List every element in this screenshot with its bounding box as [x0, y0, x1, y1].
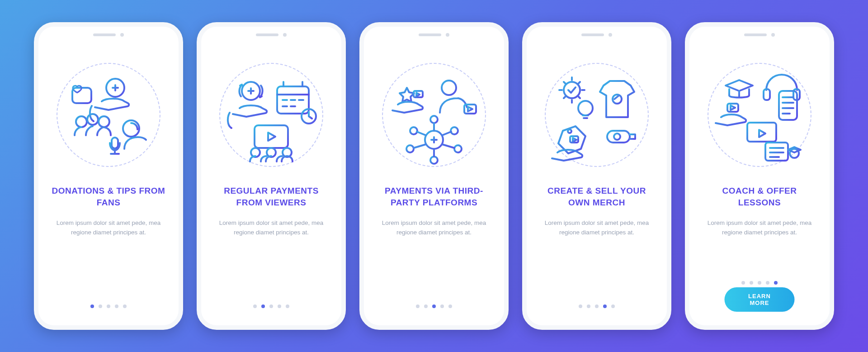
speaker-slot	[93, 33, 116, 36]
third-party-payments-icon	[382, 63, 486, 167]
screen-description: Lorem ipsum dolor sit amet pede, mea reg…	[215, 219, 328, 238]
onboarding-phone-4: CREATE & SELL YOUR OWN MERCH Lorem ipsum…	[522, 22, 671, 330]
page-dot[interactable]	[286, 304, 289, 308]
page-dot[interactable]	[611, 304, 615, 308]
page-dot[interactable]	[278, 304, 281, 308]
page-dot[interactable]	[595, 304, 599, 308]
dashed-circle	[57, 63, 160, 167]
onboarding-phone-1: DONATIONS & TIPS FROM FANS Lorem ipsum d…	[34, 22, 183, 330]
page-dot[interactable]	[432, 304, 436, 308]
dashed-circle	[382, 63, 486, 167]
page-dot[interactable]	[603, 304, 607, 308]
phone-notch	[744, 33, 775, 37]
onboarding-phone-2: REGULAR PAYMENTS FROM VIEWERS Lorem ipsu…	[197, 22, 346, 330]
page-dot[interactable]	[99, 304, 102, 308]
speaker-slot	[581, 33, 604, 36]
screen-description: Lorem ipsum dolor sit amet pede, mea reg…	[377, 219, 491, 238]
page-dot[interactable]	[766, 281, 769, 285]
page-dot[interactable]	[115, 304, 118, 308]
front-camera	[446, 33, 449, 37]
page-dot[interactable]	[579, 304, 582, 308]
learn-more-button[interactable]: LEARN MORE	[725, 287, 795, 312]
page-dot[interactable]	[90, 304, 94, 308]
donations-tips-icon	[57, 63, 160, 167]
onboarding-phone-3: PAYMENTS VIA THIRD-PARTY PLATFORMS Lorem…	[359, 22, 509, 330]
screen-title: COACH & OFFER LESSONS	[702, 185, 817, 209]
page-dot[interactable]	[750, 281, 753, 285]
speaker-slot	[256, 33, 278, 36]
page-indicator	[90, 304, 127, 312]
page-dot[interactable]	[774, 281, 778, 285]
page-dot[interactable]	[123, 304, 127, 308]
screen-title: DONATIONS & TIPS FROM FANS	[51, 185, 166, 209]
speaker-slot	[419, 33, 441, 36]
front-camera	[283, 33, 287, 37]
page-dot[interactable]	[253, 304, 257, 308]
page-dot[interactable]	[440, 304, 444, 308]
phone-notch	[256, 33, 287, 37]
create-sell-merch-icon	[545, 63, 649, 167]
page-dot[interactable]	[107, 304, 110, 308]
page-dot[interactable]	[758, 281, 761, 285]
screen-description: Lorem ipsum dolor sit amet pede, mea reg…	[540, 219, 653, 238]
screen-title: PAYMENTS VIA THIRD-PARTY PLATFORMS	[377, 185, 491, 209]
phone-notch	[581, 33, 612, 37]
page-dot[interactable]	[261, 304, 265, 308]
phone-notch	[93, 33, 124, 37]
phone-notch	[419, 33, 449, 37]
page-indicator	[416, 304, 452, 312]
dashed-circle	[545, 63, 649, 167]
regular-payments-icon	[219, 63, 323, 167]
dashed-circle	[219, 63, 323, 167]
page-dot[interactable]	[424, 304, 428, 308]
screen-description: Lorem ipsum dolor sit amet pede, mea reg…	[52, 219, 165, 238]
speaker-slot	[744, 33, 767, 36]
dashed-circle	[708, 63, 811, 167]
onboarding-phone-5: COACH & OFFER LESSONS Lorem ipsum dolor …	[685, 22, 834, 330]
front-camera	[609, 33, 612, 37]
page-dot[interactable]	[416, 304, 420, 308]
page-dot[interactable]	[269, 304, 273, 308]
screen-title: CREATE & SELL YOUR OWN MERCH	[539, 185, 654, 209]
page-dot[interactable]	[448, 304, 452, 308]
screen-description: Lorem ipsum dolor sit amet pede, mea reg…	[703, 219, 816, 238]
front-camera	[120, 33, 124, 37]
page-dot[interactable]	[741, 281, 745, 285]
front-camera	[771, 33, 775, 37]
coach-lessons-icon	[708, 63, 811, 167]
page-dot[interactable]	[587, 304, 590, 308]
screen-title: REGULAR PAYMENTS FROM VIEWERS	[214, 185, 329, 209]
page-indicator	[579, 304, 615, 312]
page-indicator	[253, 304, 289, 312]
